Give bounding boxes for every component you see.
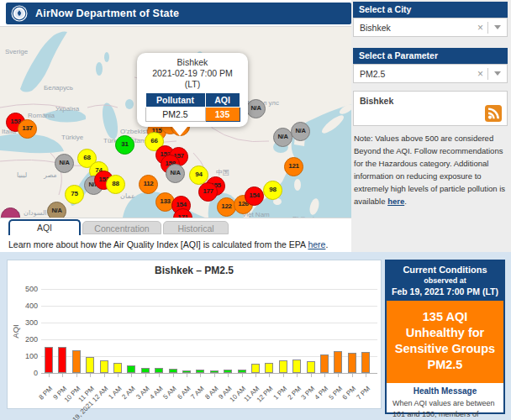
y-tick-label: 300 xyxy=(14,318,38,327)
app-title: AirNow Department of State xyxy=(35,8,179,19)
x-tick-mark xyxy=(366,374,366,377)
chart-bar[interactable] xyxy=(292,360,301,373)
x-tick-mark xyxy=(324,374,325,377)
parameter-clear-icon[interactable]: × xyxy=(473,68,487,80)
x-tick-mark xyxy=(242,374,243,377)
conditions-aqi-block: 135 AQI Unhealthy for Sensitive Groups P… xyxy=(387,301,503,383)
note-link[interactable]: here xyxy=(387,197,404,206)
aqi-marker[interactable]: 154 xyxy=(245,186,264,206)
city-select[interactable]: Bishkek × xyxy=(353,18,508,37)
x-tick-mark xyxy=(145,374,146,377)
city-select-value: Bishkek xyxy=(354,23,473,33)
dos-seal-icon xyxy=(11,5,28,22)
select-city-header: Select a City xyxy=(353,2,508,18)
aqi-marker[interactable]: 112 xyxy=(139,175,158,194)
x-tick-mark xyxy=(200,374,201,377)
select-parameter-header: Select a Parameter xyxy=(353,48,508,64)
chart-bar[interactable] xyxy=(169,369,177,373)
city-caret-icon[interactable] xyxy=(494,25,501,29)
chart-bar[interactable] xyxy=(348,353,356,373)
chart-bar[interactable] xyxy=(320,354,329,373)
x-tick-mark xyxy=(311,374,312,377)
chart-bar[interactable] xyxy=(155,368,163,373)
health-message-text: When AQI values are between 101 and 150,… xyxy=(387,396,503,420)
chart-bar[interactable] xyxy=(58,347,66,373)
x-tick-mark xyxy=(297,374,298,377)
aqi-marker[interactable]: 98 xyxy=(263,181,282,200)
aqi-marker[interactable]: N/A xyxy=(273,128,292,147)
select-divider xyxy=(487,22,488,34)
parameter-select[interactable]: PM2.5 × xyxy=(353,64,508,83)
x-tick-mark xyxy=(256,374,256,377)
chart-bar[interactable] xyxy=(86,357,94,373)
x-tick-label: 7 PM xyxy=(240,379,366,388)
x-tick-mark xyxy=(131,374,132,377)
y-tick-label: 200 xyxy=(14,335,38,344)
x-tick-mark xyxy=(352,374,353,377)
bottom-section: Bishkek – PM2.5 AQI 01002003004005008 PM… xyxy=(0,252,511,420)
chart-bar[interactable] xyxy=(100,360,108,373)
chart-bar[interactable] xyxy=(334,351,342,373)
select-divider xyxy=(487,68,488,80)
aqi-marker[interactable]: 31 xyxy=(115,135,134,155)
x-tick-mark xyxy=(187,374,187,377)
gridline xyxy=(41,323,377,323)
learn-more-line: Learn more about how the Air Quality Ind… xyxy=(8,239,328,249)
aqi-marker[interactable]: 121 xyxy=(284,157,303,176)
x-tick-mark xyxy=(338,374,339,377)
airnow-page: AirNow Department of State xyxy=(0,0,511,420)
chart-bar[interactable] xyxy=(210,370,219,373)
conditions-header: Current Conditions observed at Feb 19, 2… xyxy=(387,261,503,301)
note-suffix: . xyxy=(404,197,407,206)
city-clear-icon[interactable]: × xyxy=(473,22,487,34)
conditions-aqi-value: 135 AQI xyxy=(392,309,498,325)
x-tick-mark xyxy=(90,374,91,377)
chart-bar[interactable] xyxy=(251,364,260,373)
conditions-category: Unhealthy for Sensitive Groups xyxy=(392,325,498,357)
aqi-marker[interactable]: 75 xyxy=(65,185,84,204)
tab-historical[interactable]: Historical xyxy=(163,221,229,234)
aqi-marker[interactable]: N/A xyxy=(47,202,66,218)
popup-city: Bishkek xyxy=(140,57,245,68)
chart-bar[interactable] xyxy=(196,370,204,373)
aqi-marker[interactable]: 137 xyxy=(18,119,37,139)
popup-aqi-value: 135 xyxy=(205,108,240,122)
chart-bar[interactable] xyxy=(141,368,150,373)
chart-bar[interactable] xyxy=(127,365,135,373)
tab-aqi[interactable]: AQI xyxy=(8,219,81,235)
aqi-chart: Bishkek – PM2.5 AQI 01002003004005008 PM… xyxy=(7,260,382,409)
popup-datetime: 2021-02-19 7:00 PM xyxy=(140,68,245,79)
chart-bar[interactable] xyxy=(361,352,370,373)
chart-bar[interactable] xyxy=(238,370,246,373)
chart-bar[interactable] xyxy=(279,360,287,373)
chart-bar[interactable] xyxy=(224,370,232,373)
x-tick-mark xyxy=(173,374,174,377)
parameter-select-value: PM2.5 xyxy=(354,69,473,79)
x-tick-mark xyxy=(62,374,63,377)
chart-bar[interactable] xyxy=(113,363,122,373)
aqi-marker[interactable]: N/A xyxy=(291,122,310,141)
chart-bar[interactable] xyxy=(182,370,191,373)
x-tick-mark xyxy=(214,374,215,377)
parameter-caret-icon[interactable] xyxy=(494,71,501,76)
chart-bar[interactable] xyxy=(307,361,315,373)
chart-bar[interactable] xyxy=(265,363,273,373)
aqi-marker[interactable]: 88 xyxy=(106,175,125,194)
aqi-marker[interactable]: N/A xyxy=(246,99,266,118)
popup-pollutant-header: Pollutant xyxy=(145,93,205,108)
aqi-marker[interactable]: N/A xyxy=(55,154,74,173)
tab-concentration[interactable]: Concentration xyxy=(82,221,161,234)
aqi-map[interactable]: SverigeБеларусьУкраїнаRomâniaItaliaTürki… xyxy=(0,26,351,218)
health-message-block: Health Message When AQI values are betwe… xyxy=(387,383,503,420)
aqi-marker[interactable]: 177 xyxy=(198,182,218,202)
rss-icon[interactable] xyxy=(485,105,502,122)
gridline xyxy=(41,373,377,374)
current-conditions-panel: Current Conditions observed at Feb 19, 2… xyxy=(385,260,505,414)
x-tick-mark xyxy=(118,374,119,377)
aqi-marker[interactable]: N/A xyxy=(166,164,185,183)
map-popup: Bishkek 2021-02-19 7:00 PM (LT) Pollutan… xyxy=(137,53,248,127)
learn-more-link[interactable]: here xyxy=(308,239,325,249)
aqi-note: Note: Values above 500 are considered Be… xyxy=(354,132,506,207)
chart-bar[interactable] xyxy=(72,350,81,373)
chart-bar[interactable] xyxy=(45,347,53,373)
